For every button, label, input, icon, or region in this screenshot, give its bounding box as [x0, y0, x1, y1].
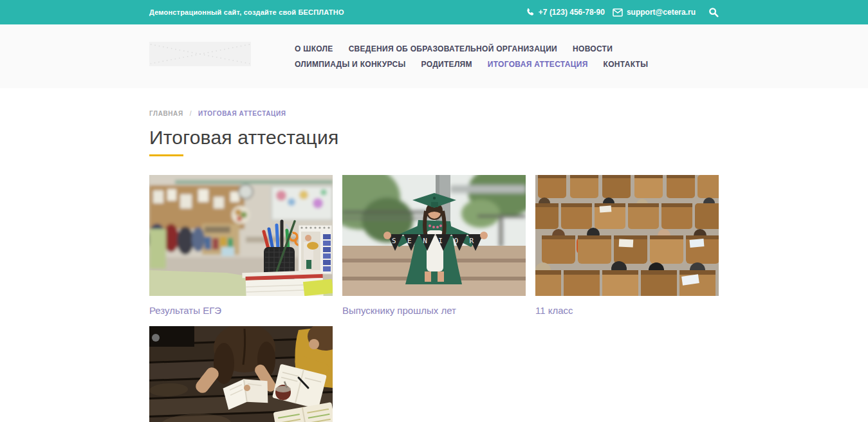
nav-item-about-school[interactable]: О ШКОЛЕ — [295, 44, 333, 54]
card-studying-image[interactable] — [149, 326, 333, 422]
card-label[interactable]: Результаты ЕГЭ — [149, 296, 333, 326]
demo-site-banner-text: Демонстрационный сайт, создайте свой БЕС… — [149, 8, 344, 16]
page-title: Итоговая аттестация — [149, 127, 719, 149]
classroom-supplies-photo — [149, 175, 333, 296]
card-label[interactable]: 11 класс — [535, 296, 719, 326]
card-studying — [149, 326, 333, 422]
phone-link[interactable]: +7 (123) 456-78-90 — [526, 8, 605, 17]
nav-item-news[interactable]: НОВОСТИ — [573, 44, 613, 54]
card-label[interactable]: Выпускнику прошлых лет — [342, 296, 526, 326]
site-logo-placeholder[interactable] — [149, 42, 251, 66]
nav-item-olympiads[interactable]: ОЛИМПИАДЫ И КОНКУРСЫ — [295, 60, 406, 69]
nav-item-org-info[interactable]: СВЕДЕНИЯ ОБ ОБРАЗОВАТЕЛЬНОЙ ОРГАНИЗАЦИИ — [349, 44, 557, 54]
search-icon — [708, 7, 719, 17]
site-header: О ШКОЛЕ СВЕДЕНИЯ ОБ ОБРАЗОВАТЕЛЬНОЙ ОРГА… — [0, 24, 868, 88]
senior-banner-text: SENIOR — [392, 237, 485, 245]
envelope-icon — [613, 8, 623, 17]
card-11-grade-image[interactable] — [535, 175, 719, 296]
card-ege-results: Результаты ЕГЭ — [149, 175, 333, 326]
card-11-grade: 11 класс — [535, 175, 719, 326]
lecture-hall-audience-photo — [535, 175, 719, 296]
nav-item-parents[interactable]: РОДИТЕЛЯМ — [421, 60, 472, 69]
topbar: Демонстрационный сайт, создайте свой БЕС… — [0, 0, 868, 24]
card-past-graduates: SENIOR Выпускнику прошлых лет — [342, 175, 526, 326]
search-button[interactable] — [708, 7, 719, 17]
main-navigation: О ШКОЛЕ СВЕДЕНИЯ ОБ ОБРАЗОВАТЕЛЬНОЙ ОРГА… — [295, 42, 719, 69]
cards-grid: Результаты ЕГЭ — [149, 175, 719, 422]
email-link[interactable]: support@cetera.ru — [613, 8, 696, 17]
phone-icon — [526, 8, 535, 17]
card-ege-results-image[interactable] — [149, 175, 333, 296]
breadcrumb-current: ИТОГОВАЯ АТТЕСТАЦИЯ — [198, 110, 286, 117]
nav-item-final-attestation[interactable]: ИТОГОВАЯ АТТЕСТАЦИЯ — [488, 60, 588, 69]
phone-number: +7 (123) 456-78-90 — [539, 8, 605, 17]
graduate-senior-banner-photo: SENIOR — [342, 175, 526, 296]
main-content: ГЛАВНАЯ / ИТОГОВАЯ АТТЕСТАЦИЯ Итоговая а… — [149, 110, 719, 422]
title-underline — [149, 154, 183, 156]
breadcrumb: ГЛАВНАЯ / ИТОГОВАЯ АТТЕСТАЦИЯ — [149, 110, 719, 117]
nav-item-contacts[interactable]: КОНТАКТЫ — [604, 60, 649, 69]
breadcrumb-separator: / — [190, 110, 192, 117]
card-past-graduates-image[interactable]: SENIOR — [342, 175, 526, 296]
email-address: support@cetera.ru — [627, 8, 696, 17]
breadcrumb-home-link[interactable]: ГЛАВНАЯ — [149, 110, 183, 117]
students-studying-table-photo — [149, 326, 333, 422]
